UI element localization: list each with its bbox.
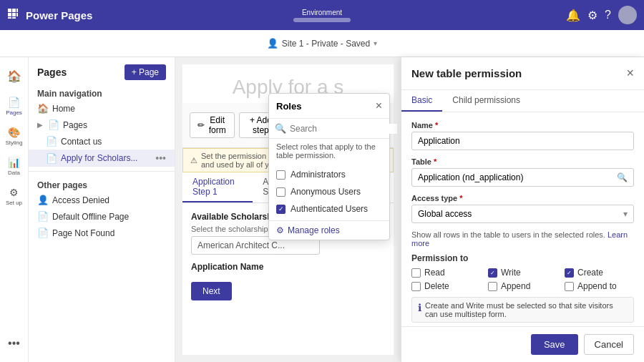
table-search-icon: 🔍	[617, 172, 628, 182]
topbar: Power Pages Environment 🔔 ⚙ ?	[0, 0, 644, 30]
add-page-button[interactable]: + Page	[125, 64, 166, 80]
settings-icon[interactable]: ⚙	[587, 9, 597, 22]
panel-footer: Save Cancel	[401, 326, 644, 362]
access-field: Access type * Global access ▾	[411, 194, 634, 223]
sidebar-title: Pages	[37, 67, 67, 78]
main-layout: 🏠 📄 Pages 🎨 Styling 📊 Data ⚙ Set up ••• …	[0, 57, 644, 362]
role-item-auth[interactable]: ✓ Authenticated Users	[269, 200, 389, 217]
pages-sidebar: Pages + Page Main navigation 🏠 Home ▶ 📄 …	[29, 57, 175, 362]
notfound-icon: 📄	[37, 228, 49, 238]
panel-tabs: Basic Child permissions	[401, 90, 644, 112]
nav-item-access-denied[interactable]: 👤 Access Denied	[29, 192, 175, 208]
nav-item-pages[interactable]: ▶ 📄 Pages	[29, 117, 175, 133]
access-info: Show all rows in the table to users in t…	[411, 230, 634, 248]
next-button[interactable]: Next	[191, 282, 232, 300]
svg-rect-3	[8, 13, 11, 16]
offline-icon: 📄	[37, 211, 49, 222]
nav-notfound-label: Page Not Found	[52, 228, 114, 238]
tab-child-permissions[interactable]: Child permissions	[442, 90, 530, 112]
access-label: Access type *	[411, 194, 634, 202]
help-icon[interactable]: ?	[605, 9, 611, 21]
nav-item-more-icon[interactable]: •••	[155, 152, 166, 164]
site-icon: 👤	[267, 38, 278, 49]
svg-rect-0	[8, 9, 11, 12]
perm-append: Append	[488, 281, 557, 291]
appname-label: Application Name	[191, 262, 385, 272]
notification-icon[interactable]: 🔔	[566, 9, 580, 22]
perm-delete: Delete	[411, 281, 481, 291]
table-label: Table *	[411, 157, 634, 166]
nav-access-label: Access Denied	[52, 195, 109, 205]
search-icon: 🔍	[275, 123, 286, 134]
anon-checkbox[interactable]	[276, 187, 286, 197]
save-button[interactable]: Save	[531, 334, 578, 355]
topbar-icons: 🔔 ⚙ ?	[566, 6, 637, 24]
sidebar-item-data[interactable]: 📊 Data	[1, 153, 27, 179]
name-label: Name *	[411, 121, 634, 129]
sidebar-item-pages[interactable]: 📄 Pages	[1, 93, 27, 119]
svg-rect-5	[16, 13, 18, 16]
roles-dialog-close[interactable]: ×	[376, 99, 382, 112]
icon-sidebar: 🏠 📄 Pages 🎨 Styling 📊 Data ⚙ Set up •••	[0, 57, 29, 362]
nav-contact-label: Contact us	[61, 137, 102, 147]
auth-checkbox[interactable]: ✓	[276, 205, 286, 214]
appendto-checkbox[interactable]	[565, 282, 574, 291]
setup-icon: ⚙	[9, 187, 19, 198]
nav-item-contact[interactable]: 📄 Contact us	[29, 133, 175, 150]
permission-to-label: Permission to	[411, 253, 634, 263]
environment-indicator: Environment	[293, 9, 351, 22]
append-checkbox[interactable]	[488, 282, 497, 291]
sidebar-item-home[interactable]: 🏠	[1, 63, 27, 89]
home-nav-icon: 🏠	[37, 103, 49, 114]
panel-title: New table permission	[411, 67, 522, 79]
perm-append-to: Append to	[565, 281, 634, 291]
nav-item-home[interactable]: 🏠 Home	[29, 100, 175, 117]
nav-home-label: Home	[52, 104, 75, 114]
panel-close-button[interactable]: ×	[626, 66, 634, 81]
svg-rect-2	[16, 9, 18, 12]
role-item-admin[interactable]: Administrators	[269, 166, 389, 183]
avatar[interactable]	[618, 6, 637, 24]
search-input[interactable]	[290, 124, 397, 134]
permission-grid: Read ✓ Write ✓ Create Delete Append	[411, 268, 634, 291]
access-select[interactable]: Global access ▾	[411, 205, 634, 223]
edit-form-button[interactable]: ✏ Edit form	[190, 112, 235, 138]
sidebar-item-more[interactable]: •••	[1, 331, 27, 356]
manage-roles-footer[interactable]: ⚙ Manage roles	[269, 220, 389, 240]
panel-body: Name * Table * Application (nd_applicati…	[401, 112, 644, 326]
content-area: Apply for a s ✏ Edit form + Add step ...…	[175, 57, 401, 362]
table-field: Table * Application (nd_application) 🔍	[411, 157, 634, 187]
chevron-down-icon[interactable]: ▾	[374, 39, 377, 47]
name-field: Name *	[411, 121, 634, 150]
main-nav-section: Main navigation	[29, 84, 175, 100]
sidebar-item-styling[interactable]: 🎨 Styling	[1, 123, 27, 149]
access-icon: 👤	[37, 195, 49, 205]
roles-dialog-title: Roles	[276, 101, 301, 112]
table-select[interactable]: Application (nd_application) 🔍	[411, 168, 634, 187]
roles-description: Select roles that apply to the table per…	[269, 139, 389, 163]
info-icon: ⚠	[190, 156, 197, 165]
data-icon: 📊	[8, 157, 20, 168]
role-item-anon[interactable]: Anonymous Users	[269, 183, 389, 200]
sidebar-item-setup[interactable]: ⚙ Set up	[1, 183, 27, 209]
delete-checkbox[interactable]	[411, 282, 421, 291]
create-checkbox[interactable]: ✓	[565, 268, 574, 278]
tab-basic[interactable]: Basic	[401, 90, 442, 112]
tab-step1[interactable]: Application Step 1	[182, 172, 253, 202]
styling-icon: 🎨	[8, 127, 20, 138]
write-checkbox[interactable]: ✓	[488, 268, 497, 278]
admin-checkbox[interactable]	[276, 170, 286, 180]
perm-create: ✓ Create	[565, 268, 634, 278]
apply-icon: 📄	[46, 153, 57, 164]
name-input[interactable]	[411, 132, 634, 150]
chevron-down-icon: ▾	[623, 209, 628, 219]
cancel-button[interactable]: Cancel	[584, 334, 634, 355]
nav-item-apply[interactable]: 📄 Apply for Scholars... •••	[29, 150, 175, 167]
nav-item-offline[interactable]: 📄 Default Offline Page	[29, 208, 175, 225]
panel-header: New table permission ×	[401, 57, 644, 90]
read-checkbox[interactable]	[411, 268, 421, 278]
sidebar-header: Pages + Page	[29, 57, 175, 84]
grid-icon[interactable]	[7, 8, 19, 22]
nav-item-not-found[interactable]: 📄 Page Not Found	[29, 225, 175, 241]
right-panel: New table permission × Basic Child permi…	[401, 57, 644, 362]
